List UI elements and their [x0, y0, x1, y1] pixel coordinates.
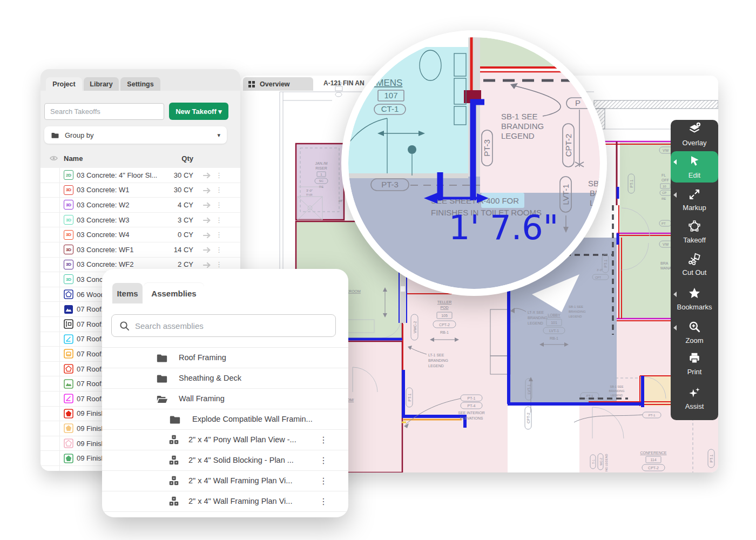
svg-text:LEGEND: LEGEND: [428, 364, 444, 368]
list-item-folder[interactable]: Sheathing & Deck: [102, 368, 348, 389]
finish-tag-lvt1: LVT-1: [561, 184, 570, 205]
kebab-menu-icon[interactable]: ⋮: [215, 171, 221, 179]
takeoff-type-badge: 2D: [64, 170, 73, 180]
list-item-folder[interactable]: Explode Compatible Wall Framin...: [102, 409, 348, 430]
pentagon-icon: [64, 454, 73, 463]
kebab-menu-icon[interactable]: ⋮: [319, 455, 328, 465]
svg-text:10: 10: [663, 185, 666, 188]
arrow-right-icon[interactable]: [202, 171, 212, 179]
room-number-label: 107: [384, 91, 397, 100]
room-name-label: OMENS: [369, 78, 402, 88]
arrow-right-icon[interactable]: [202, 186, 212, 194]
table-row[interactable]: 3D03 Concrete: WF114 CY⋮: [40, 242, 240, 258]
svg-text:3'-0": 3'-0": [306, 189, 313, 192]
expand-arrows-icon: [688, 188, 701, 201]
printer-icon: [687, 351, 701, 365]
toolbar-edit-button[interactable]: Edit: [671, 154, 718, 179]
tab-library[interactable]: Library: [84, 77, 119, 91]
sb1-note: SB-1 SEE: [501, 112, 538, 121]
arrow-right-icon[interactable]: [202, 216, 212, 224]
sparkles-icon: [687, 386, 701, 400]
arrow-right-icon[interactable]: [202, 231, 212, 239]
toolbar-bookmarks-button[interactable]: Bookmarks: [671, 286, 718, 311]
svg-text:CPT-2: CPT-2: [526, 413, 530, 423]
toolbar-takeoff-button[interactable]: Takeoff: [671, 219, 718, 244]
angle-icon: [64, 394, 73, 403]
cursor-icon: [687, 154, 701, 168]
list-item-assembly[interactable]: 2" x 4" Wall Framing Plan Vi... ⋮: [102, 471, 348, 491]
kebab-menu-icon[interactable]: ⋮: [215, 216, 221, 224]
svg-text:BR: BR: [590, 188, 600, 198]
kebab-menu-icon[interactable]: ⋮: [215, 260, 221, 268]
list-item-folder[interactable]: Roof Framing: [102, 348, 348, 368]
svg-text:RE: RE: [662, 197, 666, 200]
tab-overview[interactable]: Overview: [243, 77, 313, 91]
svg-text:RISER: RISER: [315, 166, 327, 170]
kebab-menu-icon[interactable]: ⋮: [215, 231, 221, 239]
tab-assemblies[interactable]: Assemblies: [144, 283, 204, 303]
new-takeoff-button[interactable]: New Takeoff ▾: [169, 103, 228, 120]
toolbar-zoom-button[interactable]: Zoom: [671, 320, 718, 345]
assemblies-search[interactable]: [111, 314, 336, 337]
svg-text:PT-1: PT-1: [649, 414, 656, 417]
toolbar-overlay-button[interactable]: Overlay: [671, 122, 718, 147]
svg-text:SB-: SB-: [588, 179, 600, 188]
svg-text:PT-1: PT-1: [630, 180, 633, 188]
kebab-menu-icon[interactable]: ⋮: [319, 435, 328, 445]
list-item-assembly[interactable]: 2" x 4" Solid Blocking - Plan ... ⋮: [102, 450, 348, 471]
svg-text:BRANDING: BRANDING: [428, 359, 448, 362]
arrow-right-icon[interactable]: [202, 246, 212, 253]
toolbar-cutout-button[interactable]: Cut Out: [671, 252, 718, 276]
list-item-folder-open[interactable]: Wall Framing: [102, 389, 348, 409]
finish-tag-cpt2: CPT-2: [564, 134, 573, 157]
svg-text:48": 48": [339, 199, 343, 202]
table-row[interactable]: 3D03 Concrete: W33 CY⋮: [40, 213, 240, 228]
tab-items[interactable]: Items: [112, 283, 143, 303]
toolbar-markup-button[interactable]: Markup: [671, 188, 718, 212]
kebab-menu-icon[interactable]: ⋮: [215, 246, 221, 254]
svg-text:SB-1 SEE: SB-1 SEE: [610, 385, 624, 388]
takeoff-type-badge: 3D: [64, 260, 73, 269]
table-row[interactable]: 3D03 Concrete: W24 CY⋮: [40, 198, 240, 213]
assembly-cubes-icon: [168, 455, 180, 467]
svg-text:P: P: [575, 98, 580, 107]
assembly-cubes-icon: [168, 434, 180, 446]
list-item-assembly[interactable]: 2" x 4" Pony Wall Plan View -... ⋮: [102, 430, 348, 450]
svg-text:LVT-1: LVT-1: [527, 384, 531, 394]
pentagon-outline-icon: [64, 438, 73, 448]
arrow-right-icon[interactable]: [202, 201, 212, 208]
kebab-menu-icon[interactable]: ⋮: [319, 476, 328, 486]
assemblies-list: Roof Framing Sheathing & Deck Wall Frami…: [102, 347, 348, 517]
svg-text:3'-0": 3'-0": [597, 268, 603, 272]
list-item-assembly[interactable]: 2" x 4" Wall Framing Plan Vi... ⋮: [102, 491, 348, 512]
column-header-name[interactable]: Name: [64, 154, 83, 163]
tab-settings[interactable]: Settings: [120, 77, 160, 91]
toolbar-assist-button[interactable]: Assist: [671, 386, 718, 410]
kebab-menu-icon[interactable]: ⋮: [215, 201, 221, 209]
group-by-dropdown[interactable]: Group by ▾: [44, 126, 227, 144]
branch-manager-label: BRA: [660, 261, 669, 265]
svg-text:101: 101: [551, 321, 557, 325]
table-row[interactable]: 3D03 Concrete: W40 CY⋮: [40, 227, 240, 242]
table-row[interactable]: 3D03 Concrete: W130 CY⋮: [40, 183, 240, 198]
search-takeoffs-input[interactable]: [44, 103, 164, 120]
pentagon-nodes-icon: [687, 219, 701, 233]
column-header-qty[interactable]: Qty: [181, 154, 193, 163]
svg-text:CP: CP: [662, 191, 666, 194]
svg-text:MANA: MANA: [660, 266, 672, 270]
svg-text:LVT-1: LVT-1: [549, 329, 559, 333]
see-interior-note: SEE INTERIOR: [458, 411, 484, 415]
arrow-right-icon[interactable]: [202, 261, 212, 268]
svg-text:POD: POD: [440, 306, 448, 309]
finish-tag-vw: VW: [663, 242, 669, 246]
toolbar-print-button[interactable]: Print: [671, 351, 718, 376]
eye-icon[interactable]: [49, 154, 58, 162]
magnifier-callout: OMENS 107 CT-1 SB-1 SEE BRANDING LEGEND …: [341, 30, 607, 296]
table-row[interactable]: 2D03 Concrete: 4" Floor Sl...30 CY⋮: [40, 168, 240, 183]
svg-text:LEGEND: LEGEND: [528, 321, 543, 325]
search-assemblies-input[interactable]: [135, 321, 335, 330]
kebab-menu-icon[interactable]: ⋮: [319, 496, 328, 507]
tab-project[interactable]: Project: [46, 77, 82, 91]
kebab-menu-icon[interactable]: ⋮: [215, 186, 221, 194]
pentagon-outline-icon: [64, 289, 73, 299]
